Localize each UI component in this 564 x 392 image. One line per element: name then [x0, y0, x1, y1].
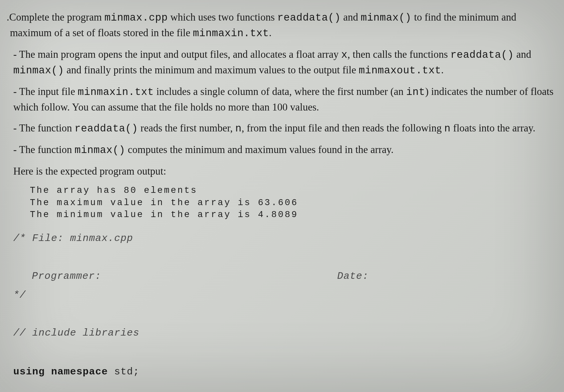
- code-minmax-fn: minmax(): [361, 12, 412, 24]
- code-minmax2: minmax(): [13, 65, 64, 76]
- b4-text-1: The function: [19, 144, 75, 155]
- expected-output-label: Here is the expected program output:: [13, 164, 554, 179]
- lead-text-5: .: [269, 27, 272, 39]
- lead-text-3: and: [341, 11, 361, 23]
- lead-paragraph: . Complete the program minmax.cpp which …: [10, 10, 554, 41]
- code-using-rest: std;: [108, 366, 139, 377]
- b3-text-4: floats into the array.: [450, 122, 535, 134]
- bullet-1: - The main program opens the input and o…: [13, 47, 554, 78]
- b1-text-3: and: [514, 48, 531, 60]
- code-n: n: [235, 123, 242, 134]
- code-blank: [13, 305, 554, 324]
- code-minmaxin2: minmaxin.txt: [78, 86, 154, 98]
- code-minmax3: minmax(): [75, 144, 125, 156]
- bullet-dash: -: [13, 86, 19, 97]
- bullet-3: - The function readdata() reads the firs…: [13, 121, 554, 136]
- b3-text-1: The function: [19, 122, 75, 134]
- code-x: x: [341, 49, 348, 61]
- bullet-dash: -: [13, 144, 19, 155]
- lead-text-1: Complete the program: [9, 11, 105, 23]
- code-file-header: /* File: minmax.cpp: [13, 229, 554, 248]
- code-readdata2: readdata(): [450, 49, 514, 61]
- code-blank: [13, 381, 554, 392]
- code-using: using namespace std;: [13, 361, 554, 381]
- bullet-dash: -: [13, 48, 19, 60]
- code-blank: [13, 343, 554, 361]
- b2-text-2: includes a single column of data, where …: [154, 86, 406, 97]
- code-programmer: Programmer:: [13, 267, 324, 286]
- code-readdata3: readdata(): [75, 123, 138, 134]
- b4-text-2: computes the minimum and maximum values …: [125, 144, 393, 155]
- output-line-1: The array has 80 elements: [30, 186, 198, 196]
- code-int: int: [406, 86, 425, 98]
- code-listing: /* File: minmax.cpp Programmer: Date: */…: [13, 229, 554, 392]
- code-minmaxin: minmaxin.txt: [193, 28, 269, 39]
- code-date: Date:: [324, 267, 554, 286]
- code-readdata: readdata(): [277, 12, 341, 24]
- expected-output: The array has 80 elements The maximum va…: [30, 185, 554, 221]
- bullet-4: - The function minmax() computes the min…: [13, 142, 554, 158]
- b1-text-1: The main program opens the input and out…: [19, 48, 341, 60]
- kw-using: using namespace: [13, 366, 108, 377]
- document-page: . Complete the program minmax.cpp which …: [0, 0, 564, 392]
- b3-text-3: , from the input file and then reads the…: [242, 122, 444, 134]
- output-line-2: The maximum value in the array is 63.606: [30, 198, 298, 208]
- code-header-row: Programmer: Date:: [13, 267, 554, 286]
- b2-text-1: The input file: [19, 86, 78, 97]
- code-include: // include libraries: [13, 324, 554, 343]
- b1-text-4: and finally prints the minimum and maxim…: [64, 64, 359, 76]
- b3-text-2: reads the first number,: [138, 122, 235, 134]
- lead-text-2: which uses two functions: [168, 11, 277, 23]
- output-line-3: The minimum value in the array is 4.8089: [30, 210, 298, 220]
- bullet-2: - The input file minmaxin.txt includes a…: [13, 84, 554, 115]
- code-n2: n: [444, 123, 450, 134]
- b1-text-5: .: [441, 64, 444, 76]
- code-close: */: [13, 286, 554, 305]
- code-blank: [13, 248, 554, 267]
- code-minmaxout: minmaxout.txt: [359, 65, 441, 76]
- b1-text-2: , then calls the functions: [348, 48, 450, 60]
- bullet-dash: -: [13, 122, 19, 134]
- code-minmax-cpp: minmax.cpp: [104, 12, 168, 24]
